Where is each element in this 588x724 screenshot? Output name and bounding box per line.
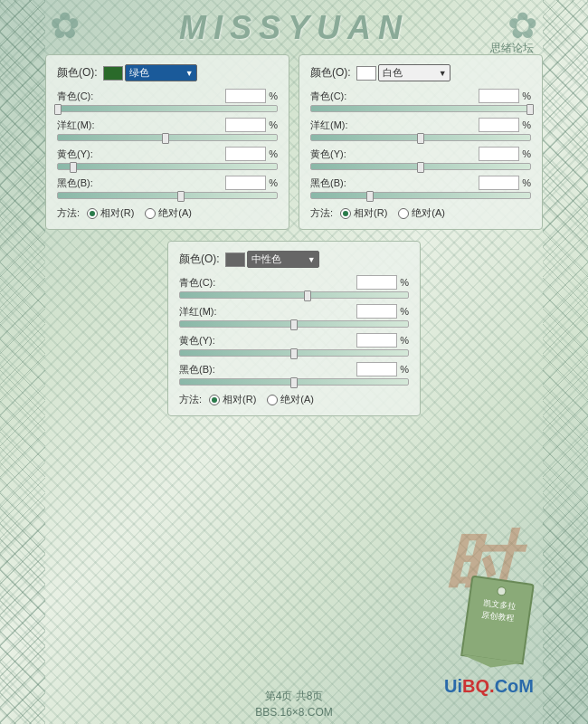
rose-icon-left: ✿ <box>50 5 81 46</box>
slider-value-cyan-center[interactable]: +6 <box>356 275 397 290</box>
slider-pct-black-center: % <box>400 364 409 375</box>
slider-label-cyan-center: 青色(C): <box>179 276 215 290</box>
radio-relative-right[interactable]: 相对(R) <box>340 206 387 220</box>
slider-thumb-magenta-left <box>162 133 169 144</box>
radio-absolute-center[interactable]: 绝对(A) <box>267 393 314 406</box>
diamond-pattern-left <box>0 0 45 724</box>
radio-relative-circle-left <box>87 208 98 219</box>
radio-absolute-circle-center <box>267 395 278 405</box>
radio-relative-label-right: 相对(R) <box>354 206 387 220</box>
slider-thumb-yellow-right <box>417 162 424 173</box>
dropdown-arrow-right: ▼ <box>439 69 447 78</box>
slider-value-cyan-left[interactable]: -100 <box>225 89 266 103</box>
color-row-center: 颜色(O): 中性色 ▼ <box>179 251 409 268</box>
slider-track-cyan-right[interactable] <box>310 105 531 112</box>
slider-value-magenta-center[interactable]: 0 <box>356 304 397 319</box>
slider-magenta-center: 洋红(M): 0 % <box>179 304 409 328</box>
method-label-left: 方法: <box>57 206 80 220</box>
slider-thumb-magenta-center <box>290 319 298 330</box>
slider-value-magenta-right[interactable]: 0 <box>479 118 519 132</box>
slider-label-magenta-left: 洋红(M): <box>57 119 95 132</box>
slider-pct-cyan-left: % <box>269 90 278 101</box>
forum-name: 思绪论坛 <box>490 41 534 56</box>
slider-thumb-cyan-left <box>54 104 62 115</box>
slider-track-magenta-left[interactable] <box>57 134 278 141</box>
slider-pct-black-left: % <box>269 177 278 188</box>
slider-pct-magenta-left: % <box>269 119 278 130</box>
slider-value-yellow-center[interactable]: 0 <box>356 333 397 348</box>
radio-absolute-label-left: 绝对(A) <box>158 206 192 220</box>
radio-relative-center[interactable]: 相对(R) <box>209 393 256 406</box>
slider-thumb-cyan-right <box>526 104 534 115</box>
slider-label-black-left: 黑色(B): <box>57 176 93 190</box>
slider-track-yellow-right[interactable] <box>310 163 531 170</box>
radio-relative-label-center: 相对(R) <box>223 393 256 406</box>
color-label-left: 颜色(O): <box>57 65 98 81</box>
slider-black-right: 黑色(B): -23 % <box>310 176 531 199</box>
color-swatch-white <box>356 66 376 81</box>
slider-yellow-left: 黄色(Y): -86 % <box>57 147 278 170</box>
slider-value-black-left[interactable]: +6 <box>225 176 266 190</box>
tag-decoration: 凯文多拉 原创教程 <box>466 579 538 670</box>
slider-track-black-center[interactable] <box>179 378 409 386</box>
radio-absolute-right[interactable]: 绝对(A) <box>398 206 445 220</box>
dropdown-arrow-center: ▼ <box>308 255 316 264</box>
slider-label-black-right: 黑色(B): <box>310 176 346 190</box>
slider-yellow-right: 黄色(Y): 0 % <box>310 147 531 170</box>
color-dropdown-white[interactable]: 白色 ▼ <box>378 64 450 81</box>
slider-magenta-left: 洋红(M): -1 % <box>57 118 278 141</box>
slider-cyan-left: 青色(C): -100 % <box>57 89 278 112</box>
slider-label-cyan-right: 青色(C): <box>310 90 346 103</box>
slider-label-magenta-right: 洋红(M): <box>310 119 348 132</box>
slider-track-magenta-right[interactable] <box>310 134 531 141</box>
color-dropdown-green[interactable]: 绿色 ▼ <box>125 64 197 81</box>
slider-label-yellow-center: 黄色(Y): <box>179 334 215 348</box>
radio-relative-circle-right <box>340 208 351 219</box>
panel-neutral: 颜色(O): 中性色 ▼ 青色(C): +6 % <box>167 241 421 416</box>
slider-label-black-center: 黑色(B): <box>179 363 215 376</box>
tag-hole <box>497 586 507 596</box>
slider-track-cyan-left[interactable] <box>57 105 278 112</box>
radio-relative-left[interactable]: 相对(R) <box>87 206 134 220</box>
slider-value-yellow-left[interactable]: -86 <box>225 147 266 161</box>
slider-track-black-right[interactable] <box>310 192 531 199</box>
slider-black-left: 黑色(B): +6 % <box>57 176 278 199</box>
tag-shape: 凯文多拉 原创教程 <box>460 576 535 665</box>
slider-pct-cyan-center: % <box>400 277 409 288</box>
slider-label-cyan-left: 青色(C): <box>57 90 93 103</box>
slider-track-magenta-center[interactable] <box>179 320 409 328</box>
slider-value-yellow-right[interactable]: 0 <box>479 147 519 161</box>
radio-absolute-circle-left <box>145 208 156 219</box>
header: ✿ ✿ MISSYUAN 思绪论坛 <box>45 0 543 47</box>
method-label-center: 方法: <box>179 393 202 406</box>
slider-cyan-center: 青色(C): +6 % <box>179 275 409 299</box>
slider-label-magenta-center: 洋红(M): <box>179 305 217 319</box>
slider-black-center: 黑色(B): 0 % <box>179 362 409 386</box>
radio-relative-circle-center <box>209 395 220 405</box>
slider-thumb-magenta-right <box>417 133 424 144</box>
slider-pct-black-right: % <box>522 177 531 188</box>
radio-relative-label-left: 相对(R) <box>100 206 134 220</box>
slider-cyan-right: 青色(C): +100 % <box>310 89 531 112</box>
site-title: MISSYUAN <box>45 9 543 47</box>
slider-value-cyan-right[interactable]: +100 <box>479 89 519 103</box>
slider-pct-yellow-left: % <box>269 148 278 159</box>
radio-absolute-label-center: 绝对(A) <box>280 393 314 406</box>
radio-absolute-circle-right <box>398 208 409 219</box>
color-row-right: 颜色(O): 白色 ▼ <box>310 64 531 81</box>
color-dropdown-neutral[interactable]: 中性色 ▼ <box>247 251 319 268</box>
radio-absolute-left[interactable]: 绝对(A) <box>145 206 192 220</box>
slider-pct-magenta-center: % <box>400 306 409 317</box>
panel-white: 颜色(O): 白色 ▼ 青色(C): +100 % <box>299 54 543 230</box>
slider-track-cyan-center[interactable] <box>179 291 409 299</box>
slider-track-yellow-center[interactable] <box>179 349 409 357</box>
color-swatch-green <box>103 66 123 81</box>
slider-track-black-left[interactable] <box>57 192 278 199</box>
color-swatch-neutral <box>225 252 245 267</box>
slider-track-yellow-left[interactable] <box>57 163 278 170</box>
method-row-right: 方法: 相对(R) 绝对(A) <box>310 206 531 220</box>
slider-value-black-center[interactable]: 0 <box>356 362 397 376</box>
method-row-left: 方法: 相对(R) 绝对(A) <box>57 206 278 220</box>
slider-value-magenta-left[interactable]: -1 <box>225 118 266 132</box>
slider-value-black-right[interactable]: -23 <box>479 176 519 190</box>
